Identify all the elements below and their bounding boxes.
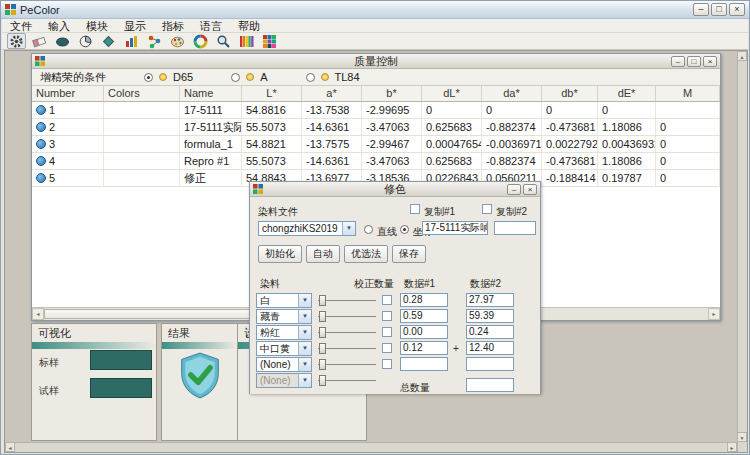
- slider-thumb[interactable]: [319, 359, 326, 370]
- col-name[interactable]: Name: [180, 86, 242, 101]
- chart-icon[interactable]: [122, 33, 141, 49]
- menu-metrics[interactable]: 指标: [154, 19, 192, 33]
- col-number[interactable]: Number: [32, 86, 104, 101]
- dye-checkbox-5[interactable]: [382, 359, 392, 369]
- dye-file-select[interactable]: chongzhiKS2019 ▼: [258, 221, 356, 236]
- molecule-icon[interactable]: [145, 33, 164, 49]
- palette-icon[interactable]: [168, 33, 187, 49]
- app-minimize-button[interactable]: –: [693, 3, 709, 16]
- slider-thumb[interactable]: [319, 295, 326, 306]
- qc-close-button[interactable]: ×: [703, 56, 717, 67]
- color-bars-icon[interactable]: [237, 33, 256, 49]
- qc-minimize-button[interactable]: –: [671, 56, 685, 67]
- total-qty-field[interactable]: [466, 378, 514, 392]
- col-colors[interactable]: Colors: [104, 86, 180, 101]
- data1-field-3[interactable]: 0.00: [400, 325, 448, 339]
- dye-checkbox-2[interactable]: [382, 311, 392, 321]
- menu-language[interactable]: 语言: [192, 19, 230, 33]
- col-db[interactable]: db*: [542, 86, 598, 101]
- slider-thumb[interactable]: [319, 343, 326, 354]
- chevron-down-icon: ▼: [298, 326, 311, 339]
- data2-field-3[interactable]: 0.24: [466, 325, 514, 339]
- illuminant-a-radio[interactable]: [231, 73, 240, 82]
- table-row[interactable]: 3 formula_1 54.8821 -13.7575 -2.99467 0.…: [32, 136, 720, 153]
- col-da[interactable]: da*: [482, 86, 542, 101]
- menu-display[interactable]: 显示: [116, 19, 154, 33]
- menu-input[interactable]: 输入: [40, 19, 78, 33]
- table-row[interactable]: 4 Repro #1 55.5073 -14.6361 -3.47063 0.6…: [32, 153, 720, 170]
- dye-select-5[interactable]: (None)▼: [256, 357, 312, 372]
- dialog-close-button[interactable]: ×: [523, 184, 537, 195]
- qc-titlebar[interactable]: 质量控制 – □ ×: [32, 54, 720, 69]
- data1-field-4[interactable]: 0.12: [400, 341, 448, 355]
- eraser-icon[interactable]: [30, 33, 49, 49]
- app-close-button[interactable]: ×: [729, 3, 745, 16]
- coord-mode-radio[interactable]: [400, 225, 409, 234]
- data1-field-2[interactable]: 0.59: [400, 309, 448, 323]
- line-mode-radio[interactable]: [364, 225, 373, 234]
- dye-select-4[interactable]: 中口黄▼: [256, 341, 312, 356]
- copy1-field[interactable]: 17-5111实际响应配: [422, 221, 488, 235]
- data2-field-2[interactable]: 59.39: [466, 309, 514, 323]
- mdi-vertical-scrollbar[interactable]: ▲ ▼: [737, 51, 747, 452]
- slider-thumb[interactable]: [319, 311, 326, 322]
- mdi-horizontal-scrollbar[interactable]: ◄ ►: [5, 442, 737, 452]
- dye-checkbox-3[interactable]: [382, 327, 392, 337]
- menu-help[interactable]: 帮助: [230, 19, 268, 33]
- menu-file[interactable]: 文件: [2, 19, 40, 33]
- col-a[interactable]: a*: [302, 86, 362, 101]
- menu-module[interactable]: 模块: [78, 19, 116, 33]
- col-dL[interactable]: dL*: [422, 86, 482, 101]
- dye-slider-1[interactable]: [318, 295, 376, 306]
- color-ring-icon[interactable]: [191, 33, 210, 49]
- dye-slider-5[interactable]: [318, 359, 376, 370]
- data1-field-5[interactable]: [400, 357, 448, 371]
- data2-field-1[interactable]: 27.97: [466, 293, 514, 307]
- row-b: -3.47063: [362, 153, 422, 169]
- dye-select-3[interactable]: 粉红▼: [256, 325, 312, 340]
- illuminant-d65-radio[interactable]: [144, 73, 153, 82]
- table-row[interactable]: 1 17-5111 54.8816 -13.7538 -2.99695 0 0 …: [32, 102, 720, 119]
- table-row[interactable]: 2 17-5111实际响应配 55.5073 -14.6361 -3.47063…: [32, 119, 720, 136]
- dye-select-2[interactable]: 藏青▼: [256, 309, 312, 324]
- magnifier-icon[interactable]: [214, 33, 233, 49]
- data1-field-1[interactable]: 0.28: [400, 293, 448, 307]
- color-grid-icon[interactable]: [260, 33, 279, 49]
- col-dE[interactable]: dE*: [598, 86, 656, 101]
- diamond-icon[interactable]: [99, 33, 118, 49]
- row-icon: [36, 139, 46, 149]
- copy2-checkbox[interactable]: [482, 204, 492, 214]
- data2-field-4[interactable]: 12.40: [466, 341, 514, 355]
- gear-icon[interactable]: [7, 33, 26, 49]
- dialog-minimize-button[interactable]: –: [507, 184, 521, 195]
- init-button[interactable]: 初始化: [258, 245, 302, 263]
- dye-slider-2[interactable]: [318, 311, 376, 322]
- pie-icon[interactable]: [76, 33, 95, 49]
- illuminant-tl84-radio[interactable]: [306, 73, 315, 82]
- row-b: -3.47063: [362, 119, 422, 135]
- ellipse-icon[interactable]: [53, 33, 72, 49]
- recolor-dialog-titlebar[interactable]: 修色 – ×: [250, 182, 540, 197]
- copy2-field[interactable]: [494, 221, 536, 235]
- qc-maximize-button[interactable]: □: [687, 56, 701, 67]
- dye-slider-3[interactable]: [318, 327, 376, 338]
- dye-checkbox-4[interactable]: [382, 343, 392, 353]
- dye-slider-4[interactable]: [318, 343, 376, 354]
- auto-button[interactable]: 自动: [306, 245, 340, 263]
- app-maximize-button[interactable]: □: [711, 3, 727, 16]
- recolor-dialog-title: 修色: [250, 182, 540, 197]
- data2-field-5[interactable]: [466, 357, 514, 371]
- app-titlebar: PeColor – □ ×: [1, 1, 749, 19]
- standard-sample-label: 标样: [39, 356, 59, 370]
- dye-select-1[interactable]: 白▼: [256, 293, 312, 308]
- col-L[interactable]: L*: [242, 86, 302, 101]
- slider-thumb[interactable]: [319, 327, 326, 338]
- col-b[interactable]: b*: [362, 86, 422, 101]
- dye-checkbox-1[interactable]: [382, 295, 392, 305]
- copy1-checkbox[interactable]: [410, 204, 420, 214]
- col-M[interactable]: M: [656, 86, 720, 101]
- correction-qty-header: 校正数量: [354, 277, 394, 291]
- save-button[interactable]: 保存: [392, 245, 426, 263]
- optimize-button[interactable]: 优选法: [344, 245, 388, 263]
- row-dE: 1.18086: [598, 153, 656, 169]
